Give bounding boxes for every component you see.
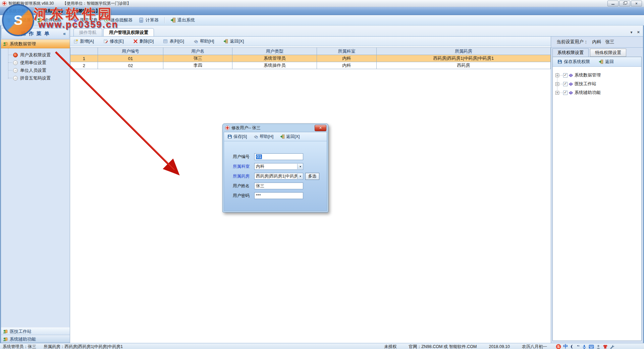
cell-index: 1: [70, 55, 98, 62]
tab-special-permissions[interactable]: 特殊权限设置: [590, 49, 626, 57]
dialog-close-button[interactable]: ✕: [315, 125, 326, 131]
pharmacy-select[interactable]: 西药房|西药房1|中药房 ▼: [254, 173, 303, 180]
sidebar-panel-medtech-workstation[interactable]: 医技工作站: [1, 328, 70, 335]
sidebar-item-pinyin-wubi[interactable]: → 拼音五笔码设置: [1, 74, 70, 82]
sidebar-item-user-permissions[interactable]: → 用户及权限设置: [1, 51, 70, 59]
close-icon: ×: [635, 2, 637, 5]
ime-chinese-mode[interactable]: 中: [563, 344, 568, 349]
tab-system-permissions[interactable]: 系统权限设置: [552, 48, 589, 57]
tab-user-management[interactable]: 用户管理及权限设置: [103, 28, 154, 36]
software-contact-button[interactable]: 软件联系: [37, 17, 61, 23]
tab-list-dropdown-icon[interactable]: ▼: [630, 31, 633, 34]
dialog-body: 用户编号 01 所属科室 内科 ▼ 所属药房 西药房|西药房1|中药房: [224, 141, 327, 211]
edit-button[interactable]: 修改[E]: [103, 38, 124, 44]
menu-bar: 【系统功能】 【常用工具】 【帮助退出】: [0, 7, 644, 15]
header-user-name[interactable]: 用户名: [163, 48, 232, 55]
delete-label: 删除[D]: [140, 38, 154, 44]
ime-tray: S 中: [556, 344, 614, 349]
close-button[interactable]: ×: [631, 1, 642, 6]
dialog-title: 修改用户-- 张三: [231, 125, 261, 131]
tree-node-system-data[interactable]: + 系统数据管理: [555, 71, 641, 80]
tree-node-system-aux[interactable]: + 系统辅助功能: [555, 88, 641, 97]
user-name-input[interactable]: 张三: [254, 183, 303, 189]
lock-screen-button[interactable]: 系统锁屏: [6, 17, 31, 23]
restore-button[interactable]: [619, 1, 630, 6]
ime-skin-shirt-icon[interactable]: [603, 344, 608, 349]
tree-node-label: 系统数据管理: [575, 72, 601, 78]
sogou-logo-icon[interactable]: S: [556, 344, 561, 349]
expand-icon[interactable]: +: [555, 91, 559, 95]
panel-return-button[interactable]: 返回: [599, 59, 614, 65]
checkbox-checked-icon[interactable]: [563, 82, 568, 86]
minimize-button[interactable]: [607, 1, 619, 6]
tree-node-medtech[interactable]: + 医技工作站: [555, 80, 641, 88]
ime-person-icon[interactable]: [596, 344, 601, 349]
ime-mic-icon[interactable]: [582, 344, 587, 349]
menu-tools[interactable]: 【常用工具】: [39, 8, 65, 14]
checkbox-checked-icon[interactable]: [563, 73, 568, 78]
header-user-type[interactable]: 用户类型: [232, 48, 317, 55]
calculator-button[interactable]: 计算器: [139, 17, 159, 23]
department-select[interactable]: 内科 ▼: [254, 163, 303, 170]
chevron-down-icon: ▼: [299, 175, 302, 178]
sidebar-panel-system-aux[interactable]: 系统辅助功能: [1, 335, 70, 343]
tab-label: 用户管理及权限设置: [109, 30, 148, 36]
sidebar-item-unit-settings[interactable]: → 使用单位设置: [1, 59, 70, 66]
exit-system-label: 退出系统: [177, 17, 195, 23]
table-header-row: 用户编号 用户名 用户类型 所属科室 所属药房: [70, 48, 551, 55]
software-contact-icon: [37, 17, 42, 23]
cell-user-name: 张三: [163, 55, 232, 62]
multi-select-button[interactable]: 多选: [305, 173, 319, 180]
table-row[interactable]: 2 02 李四 系统操作员 内科 西药房: [70, 62, 551, 69]
tab-label: 系统权限设置: [557, 50, 584, 56]
module-book-icon: [569, 90, 573, 95]
header-department[interactable]: 所属科室: [317, 48, 376, 55]
tab-label: 特殊权限设置: [595, 50, 621, 56]
dialog-save-button[interactable]: 保存[S]: [227, 134, 247, 140]
cell-user-type: 系统管理员: [232, 55, 317, 62]
header-pharmacy[interactable]: 所属药房: [377, 48, 551, 55]
tab-operation-nav[interactable]: 操作导航: [73, 28, 102, 36]
dialog-return-button[interactable]: 返回[X]: [280, 134, 300, 140]
ime-toolbox-wrench-icon[interactable]: [610, 344, 614, 349]
table-row-selected[interactable]: 1 01 张三 系统管理员 内科 西药房|西药房1|中药房|中药房1: [70, 55, 551, 62]
menu-help-exit[interactable]: 【帮助退出】: [74, 8, 100, 14]
user-code-input[interactable]: 01: [254, 153, 303, 160]
dialog-title-bar[interactable]: 修改用户-- 张三 ✕: [224, 124, 327, 132]
sidebar-group-system-data[interactable]: 系统数据管理: [1, 40, 70, 48]
dialog-help-button[interactable]: ? 帮助[H]: [254, 134, 273, 140]
field-user-code: 用户编号 01: [233, 153, 327, 160]
tab-close-icon[interactable]: ×: [637, 30, 640, 34]
menu-system[interactable]: 【系统功能】: [4, 8, 30, 14]
current-user-label: 当前设置用户：: [556, 39, 588, 45]
sidebar-collapse-icon[interactable]: «: [63, 31, 66, 36]
cell-user-type: 系统操作员: [232, 62, 317, 69]
ime-moon-icon[interactable]: [570, 344, 575, 349]
add-button[interactable]: 新增[A]: [73, 38, 94, 44]
mini-reminder-button[interactable]: 迷你提醒器: [104, 17, 132, 23]
checkbox-checked-icon[interactable]: [563, 91, 568, 95]
password-input[interactable]: ***: [254, 192, 303, 199]
delete-button[interactable]: 删除[D]: [133, 38, 154, 44]
panel-return-label: 返回: [605, 59, 614, 65]
header-index[interactable]: [70, 48, 98, 55]
medical-book-button[interactable]: 医学宝典: [73, 17, 98, 23]
tree-connector: [8, 55, 12, 55]
minimize-icon: [611, 4, 614, 5]
columns-button[interactable]: 表列[G]: [163, 38, 184, 44]
expand-icon[interactable]: +: [555, 82, 559, 86]
save-permissions-button[interactable]: 保存系统权限: [557, 59, 590, 65]
mini-reminder-icon: [104, 17, 109, 23]
exit-system-button[interactable]: 退出系统: [170, 17, 195, 23]
ime-keyboard-icon[interactable]: [589, 344, 594, 349]
help-button[interactable]: ? 帮助[H]: [194, 38, 214, 44]
add-label: 新增[A]: [80, 38, 94, 44]
header-user-code[interactable]: 用户编号: [98, 48, 163, 55]
field-department: 所属科室 内科 ▼: [233, 163, 327, 170]
return-button[interactable]: 返回[X]: [223, 38, 244, 44]
ime-punctuation-icon[interactable]: [577, 344, 580, 349]
expand-icon[interactable]: +: [555, 73, 559, 77]
tree-connector: [559, 93, 563, 93]
sidebar-item-unit-personnel[interactable]: → 单位人员设置: [1, 66, 70, 74]
sidebar-title: 操 作 菜 单: [21, 31, 50, 37]
